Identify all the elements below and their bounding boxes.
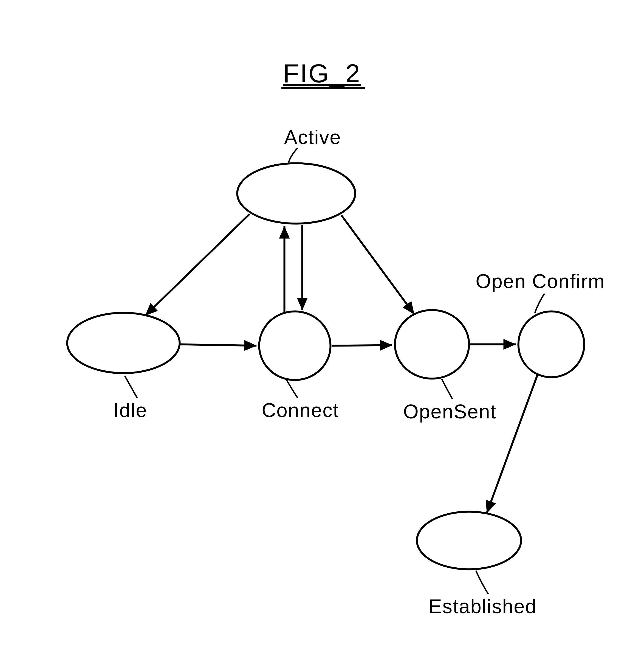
label-openconfirm: Open Confirm	[476, 270, 605, 292]
edge-active-idle	[145, 214, 250, 316]
node-opensent	[395, 310, 469, 379]
node-active	[237, 163, 355, 224]
label-opensent: OpenSent	[403, 401, 497, 423]
leader-established	[476, 571, 488, 594]
node-established	[417, 512, 521, 569]
edge-openconfirm-established	[487, 375, 537, 513]
leader-opensent	[442, 379, 453, 399]
edge-active-opensent	[342, 216, 414, 314]
label-active: Active	[284, 126, 341, 148]
label-connect: Connect	[262, 399, 339, 421]
state-diagram: FIG_2 Active Idle Connect	[0, 0, 644, 656]
label-established: Established	[429, 595, 537, 617]
leader-connect	[286, 380, 298, 398]
node-idle	[67, 313, 180, 373]
label-idle: Idle	[113, 399, 147, 421]
figure-title: FIG_2	[283, 59, 361, 88]
node-openconfirm	[519, 311, 584, 377]
leader-idle	[125, 376, 137, 398]
node-connect	[259, 311, 330, 380]
leader-active	[288, 148, 298, 164]
leader-openconfirm	[535, 294, 545, 313]
